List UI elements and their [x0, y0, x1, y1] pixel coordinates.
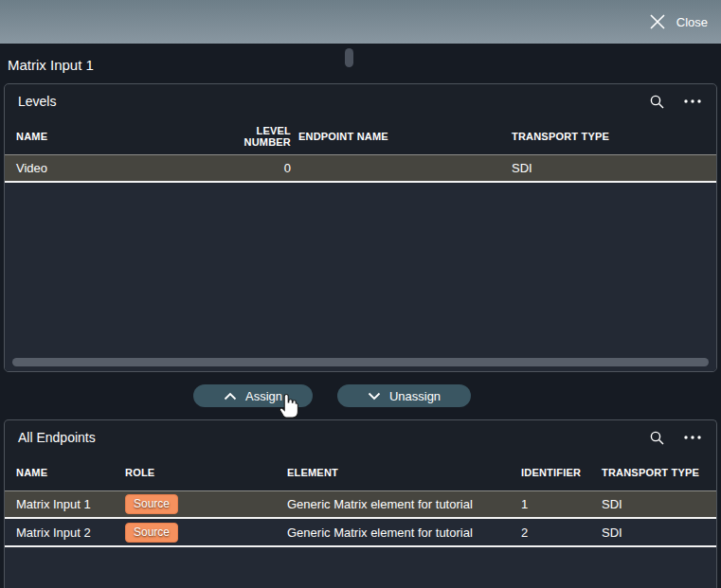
- levels-panel-header: Levels: [5, 84, 716, 118]
- all-endpoints-panel: All Endpoints NAME ROLE ELEMENT IDENTIFI…: [4, 419, 717, 588]
- cell-name: Matrix Input 1: [16, 497, 125, 511]
- assign-label: Assign: [245, 389, 282, 403]
- column-header-endpoint-name: ENDPOINT NAME: [291, 131, 512, 142]
- table-row[interactable]: Video 0 SDI: [5, 154, 716, 183]
- endpoints-panel-title: All Endpoints: [18, 430, 646, 445]
- cell-identifier: 1: [521, 497, 602, 511]
- cell-transport-type: SDI: [512, 161, 705, 175]
- column-header-name: NAME: [16, 131, 215, 142]
- chevron-up-icon: [224, 392, 237, 401]
- cell-element: Generic Matrix element for tutorial: [287, 497, 521, 511]
- horizontal-scrollbar[interactable]: [12, 358, 709, 366]
- close-button[interactable]: Close: [649, 13, 708, 30]
- levels-table-body: Video 0 SDI: [5, 154, 716, 371]
- cell-transport-type: SDI: [602, 497, 705, 511]
- cell-name: Matrix Input 2: [16, 526, 125, 540]
- column-header-role: ROLE: [125, 467, 287, 478]
- cell-role: Source: [125, 523, 287, 543]
- search-icon[interactable]: [646, 427, 667, 448]
- cell-element: Generic Matrix element for tutorial: [287, 526, 521, 540]
- actions-row: Assign Unassign: [0, 384, 721, 407]
- topbar: Close: [0, 0, 721, 44]
- drag-handle[interactable]: [345, 48, 353, 67]
- endpoints-column-headers: NAME ROLE ELEMENT IDENTIFIER TRANSPORT T…: [5, 454, 716, 490]
- close-label: Close: [676, 15, 708, 29]
- unassign-button[interactable]: Unassign: [337, 384, 471, 407]
- table-row[interactable]: Matrix Input 2 Source Generic Matrix ele…: [5, 519, 716, 547]
- chevron-down-icon: [368, 392, 381, 401]
- assign-button[interactable]: Assign: [193, 384, 313, 407]
- close-icon: [649, 13, 666, 30]
- table-row[interactable]: Matrix Input 1 Source Generic Matrix ele…: [5, 490, 716, 519]
- cell-transport-type: SDI: [602, 526, 705, 540]
- cell-role: Source: [125, 494, 287, 514]
- column-header-transport-type: TRANSPORT TYPE: [602, 467, 705, 478]
- role-badge: Source: [125, 494, 178, 514]
- column-header-level-number: LEVEL NUMBER: [215, 125, 291, 148]
- cell-level-number: 0: [215, 161, 291, 175]
- unassign-label: Unassign: [389, 389, 441, 403]
- levels-panel: Levels NAME LEVEL NUMBER ENDPOINT NAME T…: [4, 83, 717, 372]
- ellipsis-icon[interactable]: [682, 91, 703, 112]
- column-header-element: ELEMENT: [287, 467, 521, 478]
- column-header-transport-type: TRANSPORT TYPE: [512, 131, 705, 142]
- endpoints-panel-header: All Endpoints: [5, 420, 716, 454]
- role-badge: Source: [125, 523, 178, 543]
- levels-panel-title: Levels: [18, 94, 646, 109]
- endpoints-table-body: Matrix Input 1 Source Generic Matrix ele…: [5, 490, 716, 588]
- column-header-identifier: IDENTIFIER: [521, 467, 602, 478]
- cell-identifier: 2: [521, 526, 602, 540]
- page-title: Matrix Input 1: [8, 57, 94, 73]
- ellipsis-icon[interactable]: [682, 427, 703, 448]
- cell-name: Video: [16, 161, 215, 175]
- search-icon[interactable]: [646, 91, 667, 112]
- column-header-name: NAME: [16, 467, 125, 478]
- levels-column-headers: NAME LEVEL NUMBER ENDPOINT NAME TRANSPOR…: [5, 118, 716, 154]
